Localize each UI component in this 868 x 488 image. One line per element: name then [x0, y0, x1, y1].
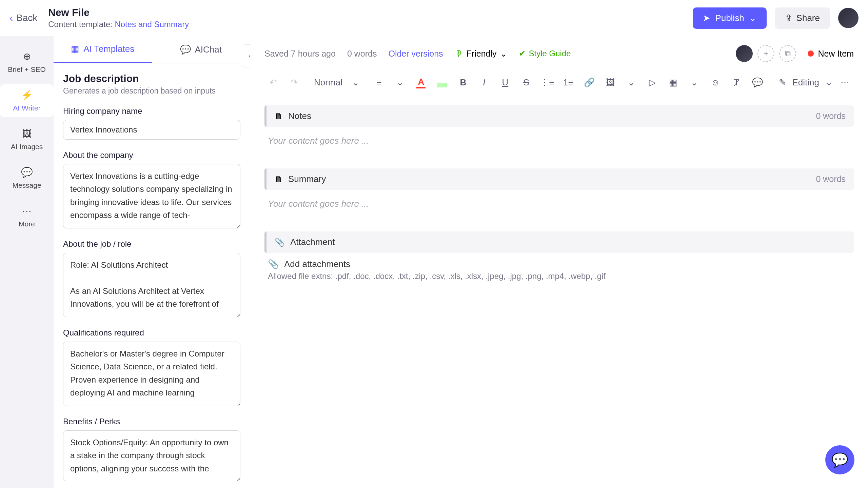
- chevron-down-icon: ⌄: [691, 77, 698, 88]
- qualifications-textarea[interactable]: Bachelor's or Master's degree in Compute…: [63, 342, 240, 406]
- status-new-item[interactable]: New Item: [808, 49, 854, 59]
- company-name-input[interactable]: [63, 120, 240, 140]
- link-button[interactable]: 🔗: [580, 74, 598, 91]
- notes-content[interactable]: Your content goes here ...: [264, 127, 854, 155]
- notes-section: 🗎 Notes 0 words Your content goes here .…: [264, 105, 854, 155]
- table-dropdown[interactable]: ⌄: [686, 74, 703, 91]
- more-toolbar-button[interactable]: ⋯: [836, 74, 854, 91]
- bolt-icon: ⚡: [21, 89, 33, 101]
- doc-icon: 🗎: [275, 111, 283, 121]
- attachment-hint: Allowed file extns: .pdf, .doc, .docx, .…: [264, 271, 854, 281]
- panel-tabs: ▦ AI Templates 💬 AIChat: [54, 36, 250, 63]
- chat-icon: 💬: [180, 44, 191, 55]
- company-name-label: Hiring company name: [63, 106, 240, 116]
- bold-button[interactable]: B: [454, 74, 472, 91]
- user-plus-icon: +: [764, 49, 768, 58]
- saved-status: Saved 7 hours ago: [264, 49, 336, 59]
- underline-button[interactable]: U: [496, 74, 514, 91]
- summary-header: 🗎 Summary 0 words: [264, 168, 854, 190]
- rail-ai-images[interactable]: 🖼 AI Images: [0, 123, 54, 156]
- tone-label: Friendly: [467, 49, 497, 59]
- qualifications-label: Qualifications required: [63, 328, 240, 338]
- undo-button[interactable]: ↶: [264, 74, 282, 91]
- ordered-list-icon: 1≡: [563, 77, 573, 88]
- about-role-label: About the job / role: [63, 239, 240, 249]
- image-icon: 🖼: [21, 128, 33, 139]
- rail-message[interactable]: 💬 Message: [0, 162, 54, 194]
- bold-icon: B: [460, 77, 466, 88]
- rail-brief-seo[interactable]: ⊕ Brief + SEO: [0, 46, 54, 78]
- chat-icon: 💬: [21, 166, 33, 178]
- paperclip-icon: 📎: [275, 238, 285, 247]
- page-title: New File: [48, 7, 189, 18]
- chevron-down-icon: ⌄: [825, 77, 833, 88]
- add-attachments-button[interactable]: 📎 Add attachments: [264, 253, 854, 271]
- older-versions-link[interactable]: Older versions: [388, 49, 443, 59]
- align-button[interactable]: ≡: [370, 74, 388, 91]
- mic-icon: 🎙: [455, 49, 463, 59]
- image-dropdown[interactable]: ⌄: [623, 74, 640, 91]
- templates-icon: ▦: [71, 44, 79, 54]
- add-collaborator-button[interactable]: +: [757, 45, 774, 62]
- text-color-button[interactable]: A: [412, 74, 430, 91]
- comment-button[interactable]: 💬: [749, 74, 766, 91]
- share-button[interactable]: ⇪ Share: [775, 7, 830, 29]
- form-heading: Job description: [63, 73, 240, 84]
- rail-label: More: [19, 220, 35, 228]
- schedule-button[interactable]: ⧉: [779, 45, 796, 62]
- collapse-panel-button[interactable]: ‹: [242, 44, 250, 67]
- tab-ai-templates[interactable]: ▦ AI Templates: [54, 36, 152, 63]
- redo-button[interactable]: ↷: [285, 74, 303, 91]
- rail-more[interactable]: ⋯ More: [0, 200, 54, 233]
- align-dropdown[interactable]: ⌄: [391, 74, 409, 91]
- emoji-button[interactable]: ☺: [707, 74, 724, 91]
- about-role-textarea[interactable]: Role: AI Solutions Architect As an AI So…: [63, 253, 240, 317]
- benefits-textarea[interactable]: Stock Options/Equity: An opportunity to …: [63, 430, 240, 481]
- collaborator-avatar[interactable]: [736, 45, 753, 62]
- back-button[interactable]: ‹ Back: [9, 12, 37, 24]
- mode-select[interactable]: ✎ Editing ⌄: [779, 77, 833, 88]
- template-link[interactable]: Notes and Summary: [115, 20, 189, 29]
- tab-label: AI Templates: [83, 44, 134, 54]
- summary-content[interactable]: Your content goes here ...: [264, 190, 854, 218]
- rail-ai-writer[interactable]: ⚡ AI Writer: [0, 84, 54, 117]
- strike-button[interactable]: S: [517, 74, 535, 91]
- play-icon: ▷: [649, 77, 656, 88]
- attachment-title: Attachment: [290, 237, 846, 247]
- chevron-down-icon: ⌄: [749, 13, 756, 23]
- status-dot-icon: [808, 50, 814, 57]
- clear-format-button[interactable]: T̷: [728, 74, 745, 91]
- table-button[interactable]: ▦: [665, 74, 682, 91]
- comment-icon: 💬: [752, 77, 763, 88]
- title-block: New File Content template: Notes and Sum…: [48, 7, 189, 29]
- status-label: New Item: [818, 49, 854, 59]
- italic-button[interactable]: I: [475, 74, 493, 91]
- publish-button[interactable]: ➤ Publish ⌄: [693, 7, 766, 29]
- bullet-list-button[interactable]: ⋮≡: [538, 74, 556, 91]
- paragraph-style-select[interactable]: Normal ⌄: [307, 77, 367, 88]
- image-button[interactable]: 🖼: [601, 74, 619, 91]
- template-prefix: Content template:: [48, 20, 112, 29]
- chat-bubble-icon: 💬: [831, 452, 848, 468]
- about-company-textarea[interactable]: Vertex Innovations is a cutting-edge tec…: [63, 164, 240, 228]
- user-avatar[interactable]: [838, 8, 859, 28]
- benefits-label: Benefits / Perks: [63, 417, 240, 426]
- tone-selector[interactable]: 🎙 Friendly ⌄: [455, 49, 507, 59]
- align-left-icon: ≡: [376, 77, 381, 88]
- left-rail: ⊕ Brief + SEO ⚡ AI Writer 🖼 AI Images 💬 …: [0, 36, 54, 488]
- mode-label: Editing: [792, 77, 820, 88]
- undo-icon: ↶: [270, 77, 277, 88]
- topbar-actions: ➤ Publish ⌄ ⇪ Share: [693, 7, 859, 29]
- ordered-list-button[interactable]: 1≡: [559, 74, 577, 91]
- strike-icon: S: [523, 77, 529, 88]
- video-button[interactable]: ▷: [644, 74, 661, 91]
- chat-fab[interactable]: 💬: [825, 445, 854, 474]
- rail-label: Message: [12, 181, 41, 189]
- highlight-button[interactable]: [433, 74, 451, 91]
- style-guide-button[interactable]: ✔ Style Guide: [519, 49, 571, 58]
- rail-label: AI Images: [11, 143, 43, 151]
- notes-header: 🗎 Notes 0 words: [264, 105, 854, 127]
- paperclip-icon: 📎: [268, 259, 279, 269]
- tab-ai-chat[interactable]: 💬 AIChat: [152, 36, 250, 63]
- link-icon: 🔗: [584, 77, 595, 88]
